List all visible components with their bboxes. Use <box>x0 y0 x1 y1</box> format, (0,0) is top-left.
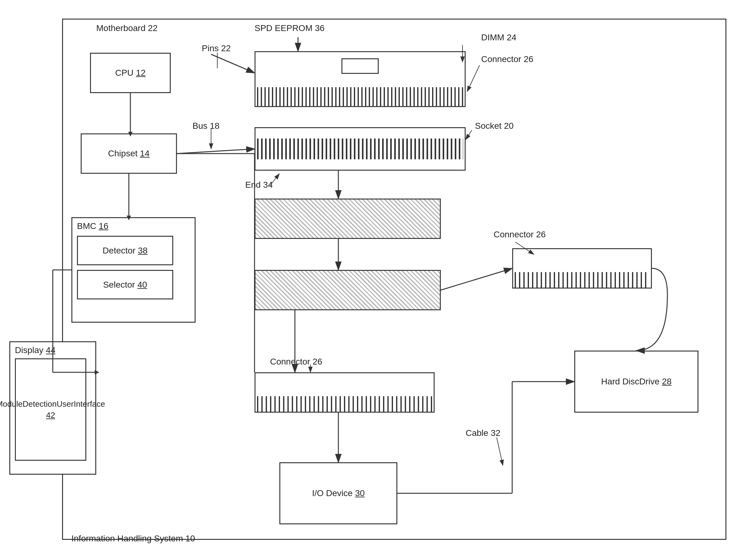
pins-label: Pins 22 <box>202 43 231 54</box>
connector26-top-label: Connector 26 <box>481 54 533 64</box>
dimm-module <box>255 51 465 107</box>
detector-box: Detector 38 <box>77 236 173 265</box>
bmc-box: BMC 16 Detector 38 Selector 40 <box>71 217 196 323</box>
display-box: Display 44 ModuleDetectionUserInterface … <box>9 341 96 475</box>
motherboard-label: Motherboard 22 <box>96 23 158 33</box>
chipset-box: Chipset 14 <box>81 133 177 174</box>
socket20-label: Socket 20 <box>475 121 514 131</box>
bus18-label: Bus 18 <box>192 121 220 131</box>
connector-bottom <box>255 372 434 413</box>
cable32-label: Cable 32 <box>465 428 500 438</box>
cpu-box: CPU 12 <box>90 53 171 93</box>
mdui-box: ModuleDetectionUserInterface 42 <box>15 358 86 461</box>
hatch-connector-2 <box>255 270 441 310</box>
socket-box <box>255 127 465 171</box>
connector26-bot-label: Connector 26 <box>270 357 322 367</box>
connector26-right <box>512 248 652 288</box>
hdd-box: Hard DiscDrive 28 <box>574 351 699 413</box>
connector26-mid-label: Connector 26 <box>493 230 546 240</box>
dimm-label: DIMM 24 <box>481 33 517 42</box>
end34-label: End 34 <box>245 180 273 190</box>
info-sys-label: Information Handling System 10 <box>71 534 195 544</box>
diagram-container: Information Handling System 10 Motherboa… <box>0 0 745 560</box>
spd-eeprom-label: SPD EEPROM 36 <box>255 23 325 33</box>
io-device-box: I/O Device 30 <box>280 462 397 524</box>
selector-box: Selector 40 <box>77 270 173 300</box>
hatch-connector-1 <box>255 199 441 239</box>
